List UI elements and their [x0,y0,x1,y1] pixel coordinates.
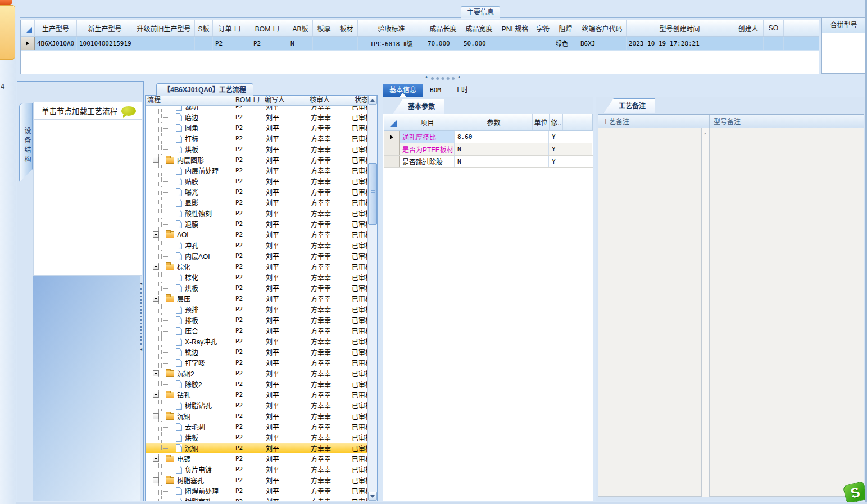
tree-node-cell[interactable]: 打标 [146,133,233,144]
tree-node-cell[interactable]: 沉铜 [146,411,233,421]
tree-node-cell[interactable]: 树脂塞孔 [146,496,233,501]
tab-BOM[interactable]: BOM [423,84,448,97]
scroll-down-button[interactable] [368,492,377,501]
tab-工时[interactable]: 工时 [448,84,475,97]
expand-collapse-icon[interactable] [153,477,159,483]
scrollbar-thumb[interactable] [368,163,377,225]
tree-row[interactable]: 预排P2刘平方幸幸已审核 [146,304,369,315]
tree-node-cell[interactable]: 铣边 [146,347,233,357]
tree-node-cell[interactable]: AOI [146,229,233,240]
expand-collapse-icon[interactable] [153,456,159,462]
expand-collapse-icon[interactable] [153,231,159,238]
tree-node-cell[interactable]: 电镀 [146,453,233,464]
expand-collapse-icon[interactable] [153,392,159,398]
tree-row[interactable]: 阻焊前处理P2刘平方幸幸已审核 [146,485,369,496]
tab-device-structure[interactable]: 设备结构 [19,103,33,183]
tree-row[interactable]: 圆角P2刘平方幸幸已审核 [146,122,369,133]
tree-row[interactable]: AOIP2刘平方幸幸已审核 [146,229,369,240]
flow-column-header[interactable]: 流程 [146,96,233,105]
param-value-cell[interactable]: 8.60 [455,131,532,143]
tree-node-cell[interactable]: 曝光 [146,187,233,197]
tree-node-cell[interactable]: 沉铜 [146,443,233,453]
tab-basic-params[interactable]: 基本参数 [393,99,444,114]
tree-row[interactable]: 冲孔P2刘平方幸幸已审核 [146,240,369,251]
tree-row[interactable]: 树脂钻孔P2刘平方幸幸已审核 [146,400,369,411]
tree-row[interactable]: 除胶2P2刘平方幸幸已审核 [146,379,369,389]
tree-row[interactable]: 铣边P2刘平方幸幸已审核 [146,347,369,357]
tree-row[interactable]: 磨边P2刘平方幸幸已审核 [146,112,369,122]
tree-node-cell[interactable]: 树脂钻孔 [146,400,233,411]
tree-node-cell[interactable]: 负片电镀 [146,464,233,475]
tree-row[interactable]: 棕化P2刘平方幸幸已审核 [146,261,369,272]
expand-collapse-icon[interactable] [153,264,159,270]
tree-node-cell[interactable]: 层压 [146,293,233,304]
tree-row[interactable]: 内层前处理P2刘平方幸幸已审核 [146,165,369,176]
tree-row[interactable]: 压合P2刘平方幸幸已审核 [146,325,369,336]
expand-collapse-icon[interactable] [153,370,159,376]
row-selector-cell[interactable] [21,37,35,50]
params-select-all-cell[interactable] [384,114,400,130]
param-row[interactable]: 是否为PTFE板材NY [384,143,593,156]
tree-node-cell[interactable]: 树脂塞孔 [146,475,233,485]
tree-row[interactable]: 烘板P2刘平方幸幸已审核 [146,432,369,443]
tree-node-cell[interactable]: 棕化 [146,272,233,283]
tree-node-cell[interactable]: 冲孔 [146,240,233,251]
tree-node-cell[interactable]: 显影 [146,197,233,208]
tree-row[interactable]: 排板P2刘平方幸幸已审核 [146,315,369,325]
tree-node-cell[interactable]: 沉铜2 [146,368,233,379]
select-all-cell[interactable] [21,20,35,36]
tree-row[interactable]: 退膜P2刘平方幸幸已审核 [146,219,369,229]
tree-node-cell[interactable]: 除胶2 [146,379,233,389]
tree-node-cell[interactable]: 退膜 [146,219,233,229]
tree-row[interactable]: 内层图形P2刘平方幸幸已审核 [146,155,369,165]
tree-node-cell[interactable]: 烘板 [146,283,233,293]
param-row-selector[interactable] [384,131,400,143]
tab-main-info[interactable]: 主要信息 [461,6,500,19]
tree-row[interactable]: 酸性蚀刻P2刘平方幸幸已审核 [146,208,369,219]
collapsed-side-tab[interactable] [0,5,15,60]
tree-node-cell[interactable]: 内层AOI [146,251,233,261]
tab-process-flow[interactable]: 【4B6XJ01QA0】工艺流程 [156,83,253,96]
device-tree-area[interactable] [33,120,142,276]
param-item-cell[interactable]: 是否跳过除胶 [400,156,455,167]
tree-node-cell[interactable]: 压合 [146,325,233,336]
tree-node-cell[interactable]: 钻孔 [146,389,233,400]
tree-node-cell[interactable]: 阻焊前处理 [146,485,233,496]
scroll-up-button[interactable] [368,96,377,105]
process-note-textarea[interactable] [598,128,702,497]
tree-row[interactable]: 烘板P2刘平方幸幸已审核 [146,283,369,293]
tree-row[interactable]: 钻孔P2刘平方幸幸已审核 [146,389,369,400]
tree-row[interactable]: 打标P2刘平方幸幸已审核 [146,133,369,144]
tree-node-cell[interactable]: 磨边 [146,112,233,122]
tree-node-cell[interactable]: 去毛刺 [146,421,233,432]
tree-row[interactable]: 曝光P2刘平方幸幸已审核 [146,187,369,197]
tree-row[interactable]: 层压P2刘平方幸幸已审核 [146,293,369,304]
expand-collapse-icon[interactable] [153,296,159,302]
tree-row[interactable]: 去毛刺P2刘平方幸幸已审核 [146,421,369,432]
param-item-cell[interactable]: 是否为PTFE板材 [400,143,455,155]
tab-process-notes[interactable]: 工艺备注 [603,98,655,113]
tree-node-cell[interactable]: 棕化 [146,261,233,272]
tree-node-cell[interactable]: 酸性蚀刻 [146,208,233,219]
note-scrollbar[interactable]: ⌃ [702,128,709,497]
flow-column-header[interactable]: BOM工厂 [233,96,262,105]
tree-row[interactable]: 沉铜2P2刘平方幸幸已审核 [146,368,369,379]
param-row-selector[interactable] [384,156,400,167]
tree-node-cell[interactable]: 贴膜 [146,176,233,187]
tree-row[interactable]: 树脂塞孔P2刘平方幸幸已审核 [146,475,369,485]
tree-node-cell[interactable]: 内层图形 [146,155,233,165]
tree-row[interactable]: 内层AOIP2刘平方幸幸已审核 [146,251,369,261]
param-row[interactable]: 通孔厚径比8.60Y [384,131,593,143]
tree-row[interactable]: 沉铜P2刘平方幸幸已审核 [146,411,369,421]
model-table-row[interactable]: 4B6XJ01QA010010400215919P2P2NIPC-6018 Ⅱ级… [21,37,819,51]
tree-row[interactable]: 棕化P2刘平方幸幸已审核 [146,272,369,283]
param-row-selector[interactable] [384,143,400,155]
tree-node-cell[interactable]: 预排 [146,304,233,315]
flow-column-header[interactable]: 状态 [352,96,369,105]
param-item-cell[interactable]: 通孔厚径比 [400,131,455,143]
param-value-cell[interactable]: N [455,156,532,167]
tree-row[interactable]: 打字喽P2刘平方幸幸已审核 [146,357,369,368]
tree-node-cell[interactable]: 打字喽 [146,357,233,368]
flow-vertical-scrollbar[interactable] [367,96,377,501]
merge-model-list[interactable] [822,33,865,73]
